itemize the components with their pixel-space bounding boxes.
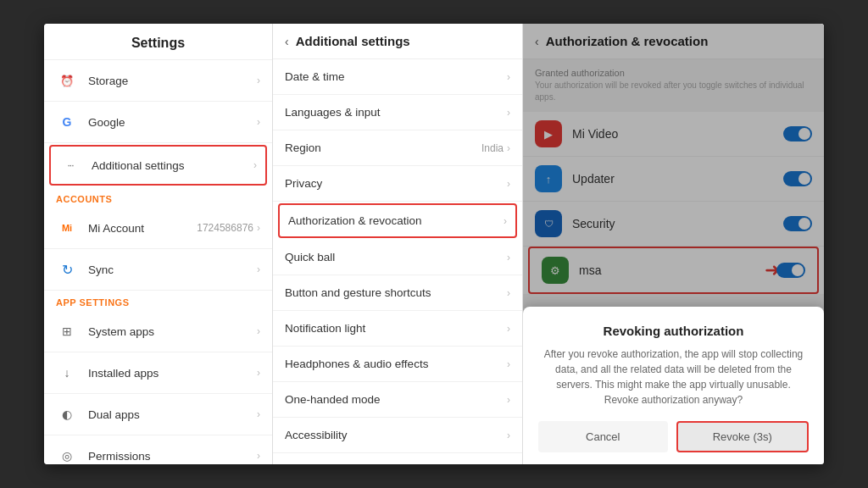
- auth-revoke-panel: ‹ Authorization & revocation Granted aut…: [523, 24, 824, 464]
- sidebar-item-dual-apps[interactable]: Dual apps ›: [44, 394, 272, 435]
- sidebar-item-additional[interactable]: Additional settings ›: [49, 145, 267, 186]
- revoke-overlay: Revoking authorization After you revoke …: [523, 24, 824, 464]
- chevron-icon: ›: [257, 222, 260, 234]
- chevron-icon: ›: [507, 252, 510, 263]
- mi-account-value: 1724586876: [197, 222, 253, 234]
- sidebar-item-storage[interactable]: Storage ›: [44, 60, 272, 102]
- p2-item-accessibility[interactable]: Accessibility ›: [273, 418, 522, 453]
- p2-item-privacy[interactable]: Privacy ›: [273, 166, 522, 202]
- additional-settings-panel: ‹ Additional settings Date & time › Lang…: [273, 24, 523, 464]
- phone-container: Settings Storage › Google › Additional s…: [44, 24, 824, 464]
- sidebar-item-permissions[interactable]: Permissions ›: [44, 435, 272, 464]
- one-handed-label: One-handed mode: [285, 393, 507, 406]
- p2-item-region[interactable]: Region India ›: [273, 130, 522, 166]
- p2-item-auth[interactable]: Authorization & revocation ›: [278, 203, 517, 238]
- auth-label: Authorization & revocation: [288, 214, 504, 227]
- revoke-desc: After you revoke authorization, the app …: [538, 347, 809, 408]
- back-arrow-icon: ‹: [285, 35, 289, 48]
- mi-icon: [56, 217, 78, 239]
- google-icon: [56, 111, 78, 133]
- additional-settings-title: Additional settings: [296, 34, 410, 48]
- mi-account-label: Mi Account: [88, 222, 197, 235]
- storage-icon: [56, 69, 78, 92]
- chevron-icon: ›: [257, 263, 260, 275]
- p2-item-one-handed[interactable]: One-handed mode ›: [273, 382, 522, 418]
- revoke-buttons: Cancel Revoke (3s): [538, 421, 809, 452]
- quick-ball-label: Quick ball: [285, 251, 507, 263]
- chevron-icon: ›: [507, 71, 510, 83]
- notif-light-label: Notification light: [285, 322, 507, 335]
- chevron-icon: ›: [507, 358, 510, 370]
- chevron-icon: ›: [507, 107, 510, 119]
- sidebar-item-system-apps[interactable]: System apps ›: [44, 311, 272, 352]
- settings-title: Settings: [44, 24, 272, 60]
- accessibility-label: Accessibility: [285, 429, 507, 441]
- p2-item-button-gesture[interactable]: Button and gesture shortcuts ›: [273, 275, 522, 311]
- sync-label: Sync: [88, 263, 257, 276]
- chevron-icon: ›: [257, 408, 260, 420]
- chevron-icon: ›: [507, 394, 510, 406]
- privacy-label: Privacy: [285, 177, 507, 190]
- revoke-title: Revoking authorization: [538, 324, 809, 338]
- google-label: Google: [88, 116, 257, 129]
- chevron-icon: ›: [257, 450, 260, 462]
- chevron-icon: ›: [257, 116, 260, 128]
- sync-icon: [56, 258, 78, 280]
- chevron-icon: ›: [507, 323, 510, 335]
- additional-settings-header: ‹ Additional settings: [273, 24, 522, 59]
- sidebar-item-sync[interactable]: Sync ›: [44, 249, 272, 291]
- p2-item-notif-light[interactable]: Notification light ›: [273, 311, 522, 347]
- sidebar-item-installed-apps[interactable]: Installed apps ›: [44, 352, 272, 394]
- button-gesture-label: Button and gesture shortcuts: [285, 286, 507, 299]
- installed-apps-label: Installed apps: [88, 367, 257, 380]
- more-icon: [59, 154, 81, 176]
- p2-item-quick-ball[interactable]: Quick ball ›: [273, 240, 522, 275]
- date-time-label: Date & time: [285, 70, 507, 83]
- settings-panel: Settings Storage › Google › Additional s…: [44, 24, 273, 464]
- storage-label: Storage: [88, 75, 257, 87]
- p2-item-lang[interactable]: Languages & input ›: [273, 95, 522, 130]
- chevron-icon: ›: [507, 178, 510, 190]
- accounts-section-header: ACCOUNTS: [44, 187, 272, 208]
- system-apps-label: System apps: [88, 325, 257, 338]
- perm-icon: [56, 445, 78, 464]
- chevron-icon: ›: [253, 159, 257, 171]
- install-icon: [56, 362, 78, 384]
- permissions-label: Permissions: [88, 450, 257, 463]
- headphones-label: Headphones & audio effects: [285, 358, 507, 370]
- region-value: India: [481, 142, 504, 154]
- sidebar-item-mi-account[interactable]: Mi Account 1724586876 ›: [44, 208, 272, 249]
- chevron-icon: ›: [257, 325, 260, 337]
- apps-icon: [56, 320, 78, 342]
- chevron-icon: ›: [507, 287, 510, 299]
- chevron-icon: ›: [257, 367, 260, 379]
- cancel-button[interactable]: Cancel: [538, 421, 668, 452]
- chevron-icon: ›: [507, 142, 510, 154]
- additional-label: Additional settings: [92, 159, 253, 172]
- dual-apps-label: Dual apps: [88, 408, 257, 421]
- revoke-modal: Revoking authorization After you revoke …: [523, 307, 824, 464]
- lang-label: Languages & input: [285, 106, 507, 119]
- p2-item-headphones[interactable]: Headphones & audio effects ›: [273, 347, 522, 382]
- chevron-icon: ›: [504, 215, 507, 227]
- revoke-button[interactable]: Revoke (3s): [676, 421, 810, 452]
- chevron-icon: ›: [257, 75, 260, 86]
- sidebar-item-google[interactable]: Google ›: [44, 102, 272, 143]
- app-settings-section-header: APP SETTINGS: [44, 291, 272, 311]
- dual-icon: [56, 403, 78, 425]
- region-label: Region: [285, 141, 481, 154]
- p2-item-date-time[interactable]: Date & time ›: [273, 59, 522, 95]
- chevron-icon: ›: [507, 430, 510, 441]
